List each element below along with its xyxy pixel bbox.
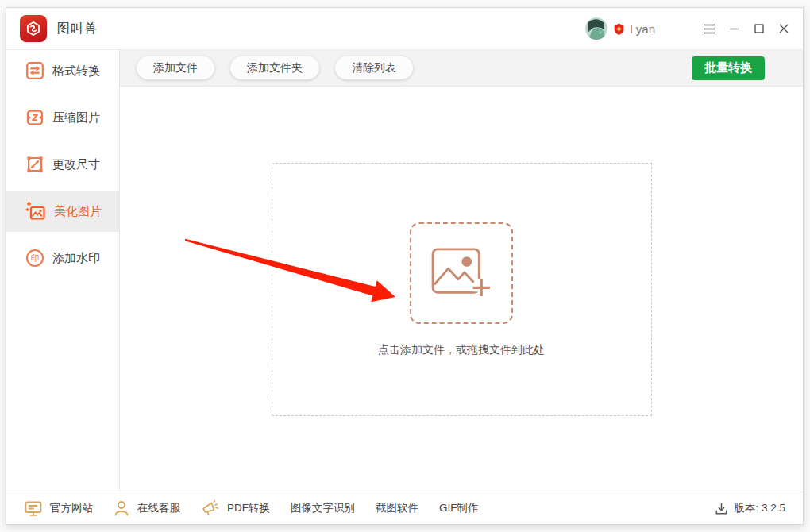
svg-text:印: 印: [31, 253, 40, 263]
compress-image-icon: [25, 108, 44, 127]
format-convert-icon: [25, 61, 44, 80]
username: Lyan: [630, 22, 655, 36]
sidebar: 格式转换 压缩图片: [6, 50, 120, 492]
footer-link-screenshot[interactable]: 截图软件: [376, 501, 418, 515]
app-window: 图叫兽 Lyan: [6, 7, 804, 525]
dropzone-hint: 点击添加文件，或拖拽文件到此处: [272, 343, 651, 357]
image-add-icon: [430, 247, 492, 299]
sidebar-item-beautify-image[interactable]: 美化图片: [6, 191, 119, 232]
sidebar-item-compress-image[interactable]: 压缩图片: [6, 97, 119, 138]
download-update-icon: [715, 502, 728, 515]
add-watermark-icon: 印: [25, 249, 44, 268]
dropzone[interactable]: 点击添加文件，或拖拽文件到此处: [272, 163, 652, 416]
sidebar-item-format-convert[interactable]: 格式转换: [6, 50, 119, 91]
footer-link-online-support[interactable]: 在线客服: [114, 500, 180, 516]
footer-link-official-site[interactable]: 官方网站: [25, 500, 93, 517]
add-file-button[interactable]: 添加文件: [137, 56, 214, 79]
window-controls: [703, 22, 790, 36]
megaphone-icon: [201, 499, 219, 517]
app-logo-icon: [20, 15, 47, 42]
footer-link-gif-maker[interactable]: GIF制作: [439, 501, 479, 515]
maximize-button[interactable]: [752, 22, 766, 36]
sidebar-item-label: 添加水印: [52, 251, 100, 266]
footer: 官方网站 在线客服 PDF转换 图像文字识别: [6, 492, 803, 524]
resize-image-icon: [25, 155, 44, 174]
toolbar: 添加文件 添加文件夹 清除列表 批量转换: [120, 50, 803, 87]
sidebar-item-label: 格式转换: [52, 64, 100, 79]
app-title: 图叫兽: [57, 21, 98, 37]
vip-badge-icon[interactable]: [612, 22, 626, 36]
sidebar-item-label: 压缩图片: [52, 110, 100, 125]
add-image-button[interactable]: [410, 222, 513, 324]
sidebar-item-resize-image[interactable]: 更改尺寸: [6, 144, 119, 185]
version-label: 版本: 3.2.5: [734, 501, 785, 515]
account-area[interactable]: Lyan: [585, 17, 655, 40]
titlebar: 图叫兽 Lyan: [6, 8, 803, 50]
footer-link-ocr[interactable]: 图像文字识别: [291, 501, 355, 515]
main-content: 点击添加文件，或拖拽文件到此处: [120, 87, 803, 492]
sidebar-item-label: 美化图片: [54, 204, 102, 219]
sidebar-item-add-watermark[interactable]: 印 添加水印: [6, 237, 119, 279]
menu-icon[interactable]: [703, 22, 716, 36]
batch-convert-button[interactable]: 批量转换: [692, 56, 765, 80]
add-folder-button[interactable]: 添加文件夹: [230, 56, 319, 79]
minimize-button[interactable]: [727, 22, 741, 36]
sidebar-item-label: 更改尺寸: [52, 157, 100, 172]
person-icon: [114, 500, 129, 516]
close-button[interactable]: [777, 22, 790, 36]
footer-link-pdf-convert[interactable]: PDF转换: [201, 499, 270, 517]
monitor-icon: [25, 500, 42, 517]
beautify-image-icon: [25, 201, 46, 222]
clear-list-button[interactable]: 清除列表: [335, 56, 413, 79]
version-area[interactable]: 版本: 3.2.5: [715, 501, 785, 515]
avatar[interactable]: [585, 17, 608, 40]
